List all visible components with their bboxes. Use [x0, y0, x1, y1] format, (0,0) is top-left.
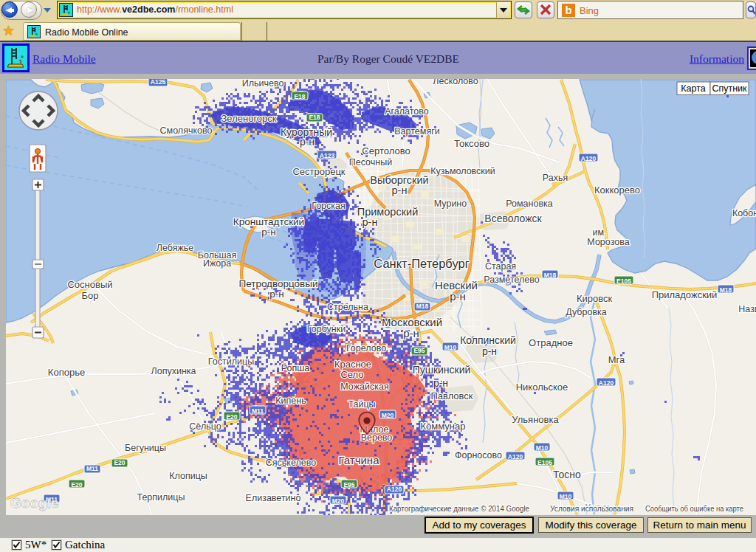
svg-text:Мга: Мга [608, 354, 625, 365]
svg-text:Санкт-Петербург: Санкт-Петербург [374, 257, 469, 270]
svg-text:Карта: Карта [681, 83, 705, 94]
svg-text:А120: А120 [599, 379, 614, 387]
svg-text:Тосно: Тосно [553, 469, 581, 480]
svg-text:р-н: р-н [392, 184, 408, 196]
svg-text:Старая: Старая [485, 261, 516, 272]
svg-text:А125: А125 [151, 79, 166, 86]
svg-text:Спутник: Спутник [712, 83, 747, 94]
svg-text:Ропша: Ропша [281, 363, 310, 373]
svg-text:Село: Село [340, 369, 363, 380]
svg-text:р-н: р-н [433, 377, 448, 389]
svg-text:Сельцо: Сельцо [189, 421, 221, 432]
svg-text:Бор: Бор [82, 290, 99, 301]
svg-text:А120: А120 [508, 453, 523, 460]
svg-text:Гатчина: Гатчина [339, 454, 380, 466]
svg-text:М18: М18 [720, 286, 732, 294]
svg-text:р-н: р-н [300, 136, 315, 148]
svg-text:Клопицы: Клопицы [169, 471, 207, 481]
svg-text:Е95: Е95 [413, 347, 425, 354]
svg-text:Google: Google [10, 495, 58, 511]
svg-text:Приладожский: Приладожский [652, 289, 718, 300]
svg-text:Смолячково: Смолячково [160, 125, 213, 136]
svg-text:Верево: Верево [361, 432, 393, 443]
svg-text:Назия: Назия [738, 304, 756, 314]
svg-text:Е20: Е20 [71, 481, 82, 489]
svg-text:Песочный: Песочный [349, 157, 392, 168]
svg-text:Копорье: Копорье [48, 367, 85, 378]
svg-text:р-н: р-н [450, 290, 466, 303]
svg-text:Лебяжье: Лебяжье [157, 243, 194, 253]
svg-text:Е18: Е18 [309, 114, 320, 121]
svg-text:Красное: Красное [334, 359, 371, 370]
svg-text:Сяськелево: Сяськелево [266, 458, 316, 468]
svg-text:Коммунар: Коммунар [421, 421, 466, 432]
svg-text:М11: М11 [86, 465, 98, 472]
svg-text:р-н: р-н [403, 327, 419, 339]
svg-text:Бегуницы: Бегуницы [125, 443, 166, 453]
svg-text:Кобона: Кобона [732, 208, 756, 218]
svg-text:Горбунки: Горбунки [307, 324, 346, 334]
svg-text:М11: М11 [252, 407, 264, 415]
svg-text:Всеволожск: Всеволожск [484, 213, 542, 224]
svg-text:А120: А120 [581, 155, 597, 162]
svg-text:Сестрорецк: Сестрорецк [292, 166, 345, 177]
svg-text:Павловск: Павловск [430, 390, 472, 401]
svg-text:Картографические данные © 2014: Картографические данные © 2014 Google [389, 504, 529, 513]
svg-text:Вартемяги: Вартемяги [394, 126, 439, 137]
svg-text:М20: М20 [382, 412, 394, 419]
svg-text:Е105: Е105 [537, 459, 552, 466]
svg-text:Колпинский: Колпинский [460, 334, 516, 346]
svg-text:Коккорево: Коккорево [594, 184, 640, 196]
svg-text:Лопухинка: Лопухинка [151, 366, 196, 376]
svg-text:Мурино: Мурино [434, 199, 467, 209]
svg-text:Кронштадтский: Кронштадтский [233, 216, 304, 227]
svg-text:Гостилицы: Гостилицы [208, 356, 254, 367]
svg-text:Е105: Е105 [616, 277, 631, 285]
svg-text:Дубровка: Дубровка [566, 307, 607, 317]
svg-text:им.: им. [592, 227, 606, 238]
svg-text:Условия использования: Условия использования [550, 504, 633, 513]
svg-text:Сосновый: Сосновый [67, 279, 112, 290]
svg-text:Ижора: Ижора [203, 258, 231, 269]
svg-text:Токсово: Токсово [454, 138, 489, 149]
svg-text:Сертолово: Сертолово [362, 145, 410, 156]
svg-text:Е20: Е20 [226, 413, 237, 421]
svg-text:Форносово: Форносово [455, 450, 502, 460]
svg-text:М18: М18 [416, 303, 429, 310]
svg-text:Лесколово: Лесколово [433, 79, 478, 86]
svg-text:Кипень: Кипень [275, 396, 306, 406]
svg-text:М10: М10 [444, 344, 457, 351]
svg-text:Можайская: Можайская [340, 382, 388, 392]
svg-text:р-н: р-н [269, 289, 284, 300]
svg-text:Е18: Е18 [294, 93, 305, 100]
svg-text:Агалатово: Агалатово [385, 106, 429, 117]
svg-text:Стрельна: Стрельна [327, 302, 368, 312]
svg-text:Морозова: Морозова [587, 237, 629, 247]
svg-text:М18: М18 [544, 272, 557, 279]
svg-text:Зеленогорск: Зеленогорск [221, 113, 277, 124]
svg-text:р-н: р-н [482, 345, 497, 357]
svg-text:Никольское: Никольское [516, 382, 568, 393]
svg-text:Горелово: Горелово [346, 343, 386, 353]
svg-text:Елизаветино: Елизаветино [246, 493, 301, 503]
svg-text:Горская: Горская [312, 201, 346, 211]
svg-text:р-н: р-н [362, 216, 378, 228]
svg-text:Отрадное: Отрадное [529, 337, 573, 348]
svg-text:Сообщить об ошибке на карте: Сообщить об ошибке на карте [645, 504, 743, 513]
svg-text:Е20: Е20 [114, 459, 125, 466]
svg-text:Кузьмоловский: Кузьмоловский [430, 166, 495, 176]
svg-text:Тайцы: Тайцы [348, 399, 375, 410]
svg-text:Е95: Е95 [343, 481, 354, 489]
svg-text:М10: М10 [560, 493, 572, 500]
svg-text:А120: А120 [387, 486, 402, 493]
svg-text:р-н: р-н [261, 227, 275, 238]
svg-text:Ильичево: Ильичево [242, 79, 284, 89]
svg-text:Кировск: Кировск [577, 293, 613, 304]
svg-text:М10: М10 [536, 444, 549, 452]
svg-text:А123: А123 [320, 152, 335, 159]
svg-text:Пушкинский: Пушкинский [413, 364, 471, 376]
svg-text:М20: М20 [332, 497, 345, 505]
svg-text:Ульяновка: Ульяновка [512, 414, 559, 425]
svg-text:Петродворцовый: Петродворцовый [238, 278, 317, 289]
svg-text:Разметелево: Разметелево [484, 275, 539, 285]
